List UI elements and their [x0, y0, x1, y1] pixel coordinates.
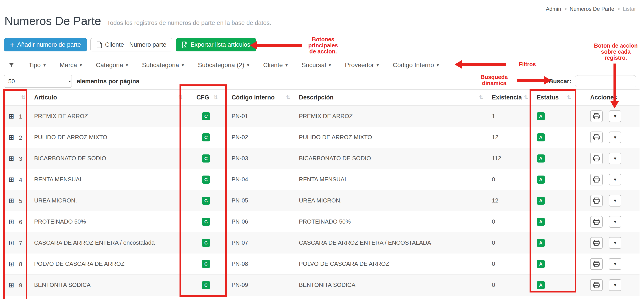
row-dropdown-button[interactable]: ▾ — [609, 132, 621, 143]
search-label: Buscar: — [549, 78, 571, 85]
col-expand[interactable]: ⇅ — [4, 90, 29, 106]
document-icon — [96, 42, 102, 48]
excel-file-icon — [182, 42, 187, 48]
cell-existencia: 0 — [486, 169, 531, 190]
print-button[interactable] — [590, 174, 603, 186]
client-part-button[interactable]: Cliente - Numero parte — [90, 38, 172, 52]
filter-subcategoria[interactable]: Subcategoria▾ — [142, 62, 184, 69]
print-button[interactable] — [590, 132, 603, 143]
cell-existencia: 0 — [486, 274, 531, 296]
col-codigo-interno[interactable]: Código interno⇅ — [226, 90, 294, 106]
col-estatus[interactable]: Estatus⇅ — [531, 90, 574, 106]
cell-acciones: ▾ — [574, 127, 640, 148]
expand-row-icon[interactable]: ⊞ — [8, 281, 14, 289]
row-number: 5 — [19, 198, 22, 204]
expand-row-icon[interactable]: ⊞ — [8, 197, 14, 204]
chevron-down-icon: ▾ — [329, 62, 331, 68]
row-dropdown-button[interactable]: ▾ — [609, 110, 621, 122]
arrow-left-filters-head — [454, 60, 462, 69]
filter-label: Proveedor — [345, 62, 374, 69]
cell-row-number: ⊞ 7 — [4, 232, 29, 254]
expand-row-icon[interactable]: ⊞ — [8, 155, 14, 162]
table-row: ⊞ 4 RENTA MENSUAL C PN-04 RENTA MENSUAL … — [4, 169, 640, 190]
export-button[interactable]: Exportar lista articulos — [176, 38, 256, 52]
expand-row-icon[interactable]: ⊞ — [8, 134, 14, 141]
expand-row-icon[interactable]: ⊞ — [8, 176, 14, 183]
cell-descripcion: BENTONITA SODICA — [294, 274, 486, 296]
filter-categoria[interactable]: Categoria▾ — [96, 62, 128, 69]
cell-codigo-interno: PN-05 — [226, 190, 294, 211]
annotation-buttons-note: Botones principales de accion. — [297, 36, 349, 54]
breadcrumb-separator: > — [617, 6, 620, 12]
filter-cliente[interactable]: Cliente▾ — [263, 62, 288, 69]
printer-icon — [593, 134, 600, 140]
printer-icon — [593, 176, 600, 183]
row-number: 8 — [19, 261, 22, 268]
print-button[interactable] — [590, 195, 603, 206]
col-existencia[interactable]: Existencia⇅ — [486, 90, 531, 106]
filter-tipo[interactable]: Tipo▾ — [29, 62, 46, 69]
search-input[interactable] — [575, 75, 636, 87]
table-row: ⊞ 5 UREA MICRON. C PN-05 UREA MICRON. 12… — [4, 190, 640, 211]
sort-icon: ⇅ — [567, 94, 571, 100]
filter-codigo-interno[interactable]: Código Interno▾ — [393, 62, 439, 69]
print-button[interactable] — [590, 258, 603, 270]
row-dropdown-button[interactable]: ▾ — [609, 174, 621, 186]
print-button[interactable] — [590, 237, 603, 249]
filter-label: Tipo — [29, 62, 40, 69]
add-part-button[interactable]: + Añadir numero de parte — [4, 38, 87, 52]
cell-acciones: ▾ — [574, 232, 640, 254]
row-number: 1 — [19, 113, 22, 120]
page-size-select[interactable]: 50 — [4, 75, 72, 88]
expand-row-icon[interactable]: ⊞ — [8, 112, 14, 120]
col-articulo[interactable]: Artículo⇅ — [29, 90, 186, 106]
print-button[interactable] — [590, 153, 603, 164]
sort-icon: ⇅ — [213, 94, 218, 100]
estatus-badge: A — [537, 281, 545, 289]
row-dropdown-button[interactable]: ▾ — [609, 195, 621, 206]
print-button[interactable] — [590, 110, 603, 122]
table-header: ⇅ Artículo⇅ CFG⇅ Código interno⇅ Descrip… — [4, 90, 640, 106]
table-row: ⊞ 3 BICARBONATO DE SODIO C PN-03 BICARBO… — [4, 148, 640, 169]
cell-descripcion: PULIDO DE ARROZ MIXTO — [294, 127, 486, 148]
row-dropdown-button[interactable]: ▾ — [609, 216, 621, 228]
filter-label: Subcategoria (2) — [198, 62, 244, 69]
row-dropdown-button[interactable]: ▾ — [609, 258, 621, 270]
expand-row-icon[interactable]: ⊞ — [8, 260, 14, 268]
print-button[interactable] — [590, 279, 603, 291]
cell-codigo-interno: PN-08 — [226, 254, 294, 274]
cell-articulo: PREMIX DE ARROZ — [29, 106, 186, 127]
arrow-left-buttons — [258, 44, 302, 47]
row-dropdown-button[interactable]: ▾ — [609, 237, 621, 249]
cell-acciones: ▾ — [574, 274, 640, 296]
sort-icon: ⇅ — [286, 94, 290, 100]
estatus-badge: A — [537, 239, 545, 247]
cell-articulo: PROTEINADO 50% — [29, 211, 186, 232]
printer-icon — [593, 155, 600, 162]
breadcrumb-item[interactable]: Numeros De Parte — [570, 6, 614, 12]
cell-cfg: C — [186, 274, 226, 296]
row-dropdown-button[interactable]: ▾ — [609, 279, 621, 291]
table-row: ⊞ 9 BENTONITA SODICA C PN-09 BENTONITA S… — [4, 274, 640, 296]
cell-articulo: PULIDO DE ARROZ MIXTO — [29, 127, 186, 148]
print-button[interactable] — [590, 216, 603, 228]
cell-articulo: RENTA MENSUAL — [29, 169, 186, 190]
cell-descripcion: UREA MICRON. — [294, 190, 486, 211]
filter-proveedor[interactable]: Proveedor▾ — [345, 62, 379, 69]
row-dropdown-button[interactable]: ▾ — [609, 153, 621, 164]
row-number: 6 — [19, 219, 22, 225]
filter-label: Código Interno — [393, 62, 434, 69]
expand-row-icon[interactable]: ⊞ — [8, 239, 14, 246]
filter-sucursal[interactable]: Sucursal▾ — [302, 62, 331, 69]
col-descripcion[interactable]: Descripción⇅ — [294, 90, 486, 106]
filter-marca[interactable]: Marca▾ — [60, 62, 82, 69]
arrow-left-filters — [462, 63, 506, 66]
breadcrumb-item[interactable]: Admin — [546, 6, 561, 12]
filter-subcategoria-2[interactable]: Subcategoria (2)▾ — [198, 62, 249, 69]
expand-row-icon[interactable]: ⊞ — [8, 218, 14, 225]
col-cfg[interactable]: CFG⇅ — [186, 90, 226, 106]
cell-estatus: A — [531, 190, 574, 211]
chevron-down-icon: ▾ — [614, 282, 616, 288]
cfg-badge: C — [202, 154, 210, 162]
cell-estatus: A — [531, 211, 574, 232]
